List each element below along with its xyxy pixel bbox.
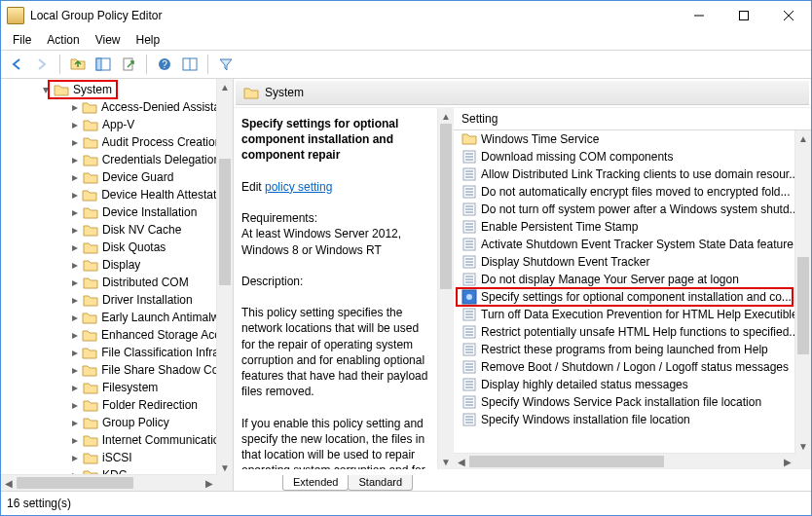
list-item[interactable]: Do not automatically encrypt files moved… [454,183,795,201]
tree-horizontal-scrollbar[interactable]: ◀ ▶ [1,474,217,491]
expand-icon[interactable]: ▸ [69,276,81,289]
expand-icon[interactable]: ▸ [69,328,80,342]
expand-icon[interactable]: ▸ [69,188,80,202]
expand-icon[interactable]: ▸ [69,381,81,394]
tree-item[interactable]: ▸Disk NV Cache [1,221,217,239]
scroll-up-icon[interactable]: ▲ [217,79,233,94]
expand-icon[interactable]: ▸ [69,153,81,166]
menu-view[interactable]: View [88,31,129,49]
list-item[interactable]: Restrict these programs from being launc… [454,341,795,358]
expand-icon[interactable]: ▸ [69,240,81,254]
list-item[interactable]: Specify Windows Service Pack installatio… [454,393,795,411]
expand-icon[interactable]: ▸ [69,363,80,377]
tree-item[interactable]: ▸iSCSI [1,449,217,466]
show-hide-tree-button[interactable] [92,53,115,76]
tree-item[interactable]: ▸Group Policy [1,414,217,431]
up-one-level-button[interactable] [66,53,90,76]
expand-icon[interactable]: ▸ [69,433,81,447]
tree-item[interactable]: ▸Filesystem [1,379,217,396]
list-item[interactable]: Specify Windows installation file locati… [454,411,795,428]
scroll-left-icon[interactable]: ◀ [1,475,17,491]
menu-file[interactable]: File [5,31,39,49]
minimize-button[interactable] [677,1,721,30]
scroll-up-icon[interactable]: ▲ [438,108,454,124]
tree-item[interactable]: ▸Device Health Attestatio [1,186,217,203]
tab-standard[interactable]: Standard [348,475,413,491]
tree-item[interactable]: ▸Driver Installation [1,291,217,309]
expand-icon[interactable]: ▸ [69,451,81,464]
scroll-down-icon[interactable]: ▼ [438,454,454,469]
expand-icon[interactable]: ▸ [69,135,81,149]
tab-extended[interactable]: Extended [282,475,349,491]
scroll-thumb[interactable] [219,159,231,285]
maximize-button[interactable] [721,1,766,30]
description-scrollbar[interactable]: ▲ ▼ [437,108,454,469]
tree-item[interactable]: ▸Early Launch Antimalwa [1,309,217,326]
tree-view[interactable]: ▾System▸Access-Denied Assistan▸App-V▸Aud… [1,79,217,475]
filter-button[interactable] [214,53,238,76]
list-item[interactable]: Display Shutdown Event Tracker [454,253,795,271]
list-item[interactable]: Remove Boot / Shutdown / Logon / Logoff … [454,358,795,376]
tree-item[interactable]: ▸Device Installation [1,203,217,221]
expand-icon[interactable]: ▸ [69,346,80,359]
close-button[interactable] [766,1,811,30]
expand-icon[interactable]: ▸ [69,416,81,429]
list-item[interactable]: Specify settings for optional component … [454,288,795,306]
edit-policy-link[interactable]: policy setting [265,180,332,194]
forward-button[interactable] [30,53,54,76]
tree-item[interactable]: ▸Access-Denied Assistan [1,98,217,116]
expand-icon[interactable]: ▸ [69,205,81,219]
menu-action[interactable]: Action [39,31,87,49]
expand-icon[interactable]: ▸ [69,118,81,131]
export-list-button[interactable] [117,53,140,76]
list-item[interactable]: Do not turn off system power after a Win… [454,201,795,218]
scroll-down-icon[interactable]: ▼ [217,460,233,475]
scroll-thumb[interactable] [440,124,452,289]
tree-item-system[interactable]: ▾System [1,81,217,98]
expand-icon[interactable]: ▸ [69,100,80,114]
tree-item[interactable]: ▸Disk Quotas [1,239,217,256]
tree-item[interactable]: ▸File Share Shadow Cop [1,361,217,379]
list-item[interactable]: Do not display Manage Your Server page a… [454,271,795,288]
scroll-thumb[interactable] [17,477,133,489]
expand-icon[interactable]: ▸ [69,311,80,324]
list-vertical-scrollbar[interactable]: ▲ ▼ [794,130,811,454]
scroll-down-icon[interactable]: ▼ [795,438,811,454]
tree-item[interactable]: ▸App-V [1,116,217,133]
menu-help[interactable]: Help [129,31,168,49]
list-item[interactable]: Turn off Data Execution Prevention for H… [454,306,795,323]
list-item[interactable]: Restrict potentially unsafe HTML Help fu… [454,323,795,341]
tree-item[interactable]: ▸Distributed COM [1,274,217,291]
expand-icon[interactable]: ▸ [69,293,81,307]
tree-item[interactable]: ▸Enhanced Storage Acce [1,326,217,344]
help-button[interactable]: ? [153,53,176,76]
scroll-up-icon[interactable]: ▲ [795,130,811,146]
list-item[interactable]: Allow Distributed Link Tracking clients … [454,166,795,183]
tree-item[interactable]: ▸Internet Communicatio [1,431,217,449]
scroll-thumb[interactable] [469,456,664,467]
list-item[interactable]: Windows Time Service [454,130,795,148]
scroll-right-icon[interactable]: ▶ [780,454,795,469]
list-item[interactable]: Download missing COM components [454,148,795,166]
expand-icon[interactable]: ▸ [69,258,81,272]
scroll-left-icon[interactable]: ◀ [454,454,469,469]
expand-icon[interactable]: ▸ [69,223,81,237]
tree-item[interactable]: ▸Audit Process Creation [1,133,217,151]
expand-icon[interactable]: ▸ [69,398,81,412]
tree-item[interactable]: ▸Display [1,256,217,274]
details-view-button[interactable] [178,53,202,76]
list-horizontal-scrollbar[interactable]: ◀ ▶ [454,453,795,469]
scroll-thumb[interactable] [797,257,809,354]
settings-column-header[interactable]: Setting [454,108,811,130]
tree-item[interactable]: ▸Device Guard [1,168,217,186]
tree-item[interactable]: ▸Credentials Delegation [1,151,217,168]
list-item[interactable]: Display highly detailed status messages [454,376,795,393]
scroll-right-icon[interactable]: ▶ [202,475,217,491]
settings-list[interactable]: Windows Time ServiceDownload missing COM… [454,130,795,454]
tree-item[interactable]: ▸File Classification Infras [1,344,217,361]
list-item[interactable]: Activate Shutdown Event Tracker System S… [454,236,795,253]
tree-vertical-scrollbar[interactable]: ▲ ▼ [216,79,233,475]
expand-icon[interactable]: ▸ [69,170,81,184]
tree-item[interactable]: ▸Folder Redirection [1,396,217,414]
back-button[interactable] [5,53,28,76]
